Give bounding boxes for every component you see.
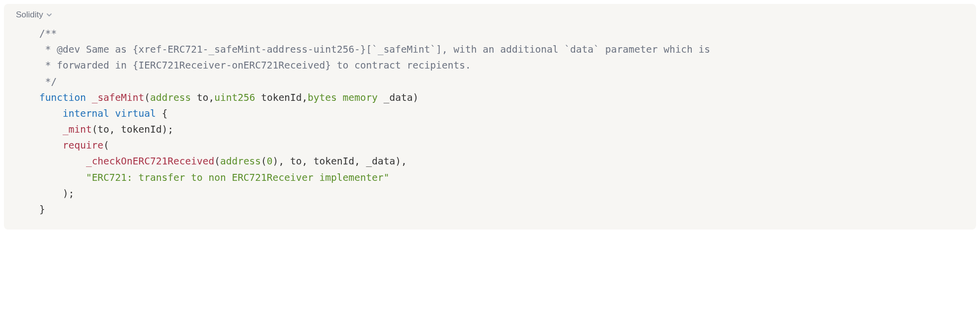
args: (to, tokenId);: [92, 124, 173, 135]
comment: /**: [39, 28, 57, 39]
language-selector[interactable]: Solidity: [4, 10, 976, 26]
brace: {: [156, 108, 167, 119]
language-label: Solidity: [16, 10, 43, 20]
param: _data: [378, 92, 412, 103]
keyword: internal: [63, 108, 109, 119]
comment: * @dev Same as {xref-ERC721-_safeMint-ad…: [39, 44, 710, 55]
brace: }: [39, 204, 45, 215]
comment: */: [39, 76, 57, 87]
type: address: [220, 156, 261, 167]
type: bytes: [308, 92, 337, 103]
comment: * forwarded in {IERC721Receiver-onERC721…: [39, 60, 471, 71]
chevron-down-icon: [46, 12, 52, 18]
function-call: _mint: [63, 124, 92, 135]
function-name: _safeMint: [92, 92, 145, 103]
code-content: /** * @dev Same as {xref-ERC721-_safeMin…: [4, 26, 976, 218]
paren: );: [63, 188, 74, 199]
type: uint256: [214, 92, 255, 103]
type: address: [150, 92, 191, 103]
paren: (: [103, 140, 109, 151]
function-call: _checkOnERC721Received: [86, 156, 214, 167]
code-block: Solidity /** * @dev Same as {xref-ERC721…: [4, 4, 976, 230]
string: "ERC721: transfer to non ERC721Receiver …: [86, 172, 389, 183]
number: 0: [267, 156, 273, 167]
function-call: require: [63, 140, 103, 151]
param: to: [191, 92, 208, 103]
param: tokenId: [255, 92, 302, 103]
keyword: function: [39, 92, 86, 103]
type: memory: [343, 92, 378, 103]
keyword: virtual: [115, 108, 156, 119]
args: ), to, tokenId, _data),: [273, 156, 407, 167]
